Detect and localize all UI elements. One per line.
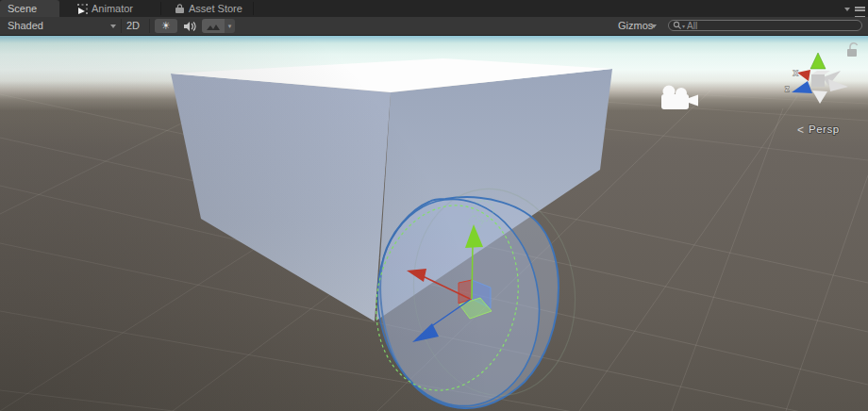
image-icon [207, 22, 220, 31]
axis-z-label: z [785, 84, 790, 93]
unity-scene-view-window: { "panel_tabs": { "tabs": [ {"label": "S… [0, 0, 868, 411]
lighting-toggle-button[interactable]: ☀ [155, 19, 177, 33]
tab-asset-store-label: Asset Store [189, 3, 242, 14]
chevron-down-icon [110, 25, 116, 28]
asset-store-icon [175, 4, 185, 14]
scene-3d-viewport[interactable]: x z < Persp [0, 36, 868, 411]
scene-render: x z < Persp [0, 36, 868, 411]
audio-toggle-button[interactable] [179, 19, 200, 33]
orientation-gizmo-cube[interactable] [811, 74, 825, 87]
search-input[interactable] [687, 21, 828, 31]
tab-divider [160, 2, 161, 15]
chevron-down-icon [651, 25, 657, 28]
tab-scene-label: Scene [8, 3, 37, 14]
tab-divider [253, 2, 254, 15]
search-filter-dropdown-icon[interactable]: ▾ [682, 23, 685, 29]
pane-dropdown-icon[interactable] [844, 8, 850, 11]
axis-y-line [472, 245, 473, 299]
panel-tab-bar: Scene Animator Asset Store [0, 0, 868, 17]
tab-animator-label: Animator [92, 3, 133, 14]
gizmo-search-field[interactable]: ▾ [668, 20, 862, 31]
search-icon [673, 21, 682, 30]
speaker-icon [183, 21, 196, 32]
effects-dropdown-button[interactable]: ▾ [225, 19, 235, 33]
effects-toggle-button[interactable] [202, 19, 225, 33]
tab-asset-store[interactable]: Asset Store [167, 0, 250, 17]
shading-mode-dropdown[interactable]: Shaded [8, 20, 43, 31]
toolbar-separator [149, 19, 150, 33]
gizmos-dropdown[interactable]: Gizmos [618, 20, 653, 31]
toggle-2d-button[interactable]: 2D [126, 20, 140, 31]
chevron-down-icon: ▾ [228, 23, 232, 30]
sun-icon: ☀ [161, 21, 171, 31]
projection-label: Persp [809, 123, 840, 135]
projection-toggle[interactable]: < Persp [797, 123, 840, 137]
scene-toolbar: Shaded 2D ☀ ▾ Gizmos ▾ [0, 17, 868, 36]
axis-x-label: x [793, 68, 798, 77]
tab-scene[interactable]: Scene [0, 0, 59, 17]
animator-icon [77, 4, 88, 14]
tab-animator[interactable]: Animator [70, 0, 141, 17]
persp-arrow-icon: < [797, 123, 804, 137]
toolbar-separator [121, 19, 122, 33]
